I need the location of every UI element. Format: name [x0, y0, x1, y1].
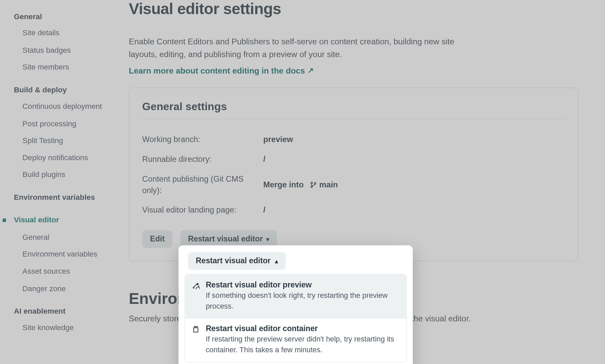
edit-button[interactable]: Edit — [142, 230, 172, 248]
nav-group-build-deploy[interactable]: Build & deploy — [10, 82, 109, 98]
label-working-branch: Working branch: — [142, 134, 263, 145]
page-title: Visual editor settings — [129, 0, 578, 18]
restart-menu: Restart visual editor preview If somethi… — [185, 274, 407, 362]
merge-into-text: Merge into — [263, 180, 304, 189]
branch-name: main — [319, 180, 338, 189]
nav-item-site-knowledge[interactable]: Site knowledge — [19, 319, 109, 336]
restart-popover: Restart visual editor ▴ Restart visual e… — [178, 245, 413, 364]
page-description: Enable Content Editors and Publishers to… — [129, 35, 475, 61]
nav-item-split-testing[interactable]: Split Testing — [19, 132, 109, 149]
restart-popover-trigger[interactable]: Restart visual editor ▴ — [188, 252, 286, 270]
menu-item-desc: If restarting the preview server didn't … — [206, 334, 399, 356]
row-landing-page: Visual editor landing page: / — [142, 200, 565, 220]
restart-preview-icon — [192, 281, 201, 312]
row-runnable-dir: Runnable directory: / — [142, 149, 565, 169]
svg-point-1 — [311, 186, 312, 187]
label-landing-page: Visual editor landing page: — [142, 204, 263, 216]
general-settings-card: General settings Working branch: preview… — [129, 88, 578, 262]
value-content-publishing: Merge into main — [263, 174, 338, 196]
nav-item-build-plugins[interactable]: Build plugins — [19, 167, 109, 184]
nav-item-ve-asset-sources[interactable]: Asset sources — [19, 263, 109, 280]
svg-point-0 — [311, 182, 312, 184]
menu-item-restart-container[interactable]: Restart visual editor container If resta… — [185, 318, 406, 362]
nav-group-visual-editor[interactable]: Visual editor — [10, 212, 109, 229]
nav-group-env-vars[interactable]: Environment variables — [10, 190, 109, 206]
docs-link[interactable]: Learn more about content editing in the … — [129, 66, 314, 76]
label-runnable-dir: Runnable directory: — [142, 154, 263, 165]
chevron-up-icon: ▴ — [275, 258, 278, 265]
chevron-down-icon: ▾ — [266, 236, 269, 243]
nav-item-post-processing[interactable]: Post processing — [19, 115, 109, 132]
nav-item-deploy-notifications[interactable]: Deploy notifications — [19, 149, 109, 167]
menu-item-desc: If something doesn't look right, try res… — [206, 290, 399, 312]
menu-item-title: Restart visual editor preview — [206, 281, 399, 290]
label-content-publishing: Content publishing (Git CMS only): — [142, 174, 263, 196]
external-arrow-icon: ↗ — [308, 66, 314, 75]
card-title: General settings — [142, 100, 565, 119]
settings-sidebar: General Site details Status badges Site … — [0, 0, 116, 347]
value-working-branch: preview — [263, 134, 293, 145]
nav-group-general[interactable]: General — [10, 9, 109, 25]
svg-rect-3 — [194, 328, 198, 332]
nav-item-status-badges[interactable]: Status badges — [19, 42, 109, 59]
menu-item-title: Restart visual editor container — [206, 324, 399, 333]
restart-container-icon — [192, 324, 201, 356]
docs-link-label: Learn more about content editing in the … — [129, 66, 305, 76]
nav-item-site-members[interactable]: Site members — [19, 59, 109, 76]
row-content-publishing: Content publishing (Git CMS only): Merge… — [142, 169, 565, 200]
nav-item-site-details[interactable]: Site details — [19, 25, 109, 42]
nav-item-ve-env-vars[interactable]: Environment variables — [19, 246, 109, 263]
git-branch-icon — [310, 181, 317, 188]
menu-item-restart-preview[interactable]: Restart visual editor preview If somethi… — [185, 275, 406, 318]
svg-point-2 — [314, 182, 316, 184]
restart-button-label: Restart visual editor — [188, 235, 263, 244]
nav-item-ve-danger-zone[interactable]: Danger zone — [19, 280, 109, 297]
value-runnable-dir: / — [263, 154, 266, 165]
nav-item-continuous-deployment[interactable]: Continuous deployment — [19, 98, 109, 115]
value-landing-page: / — [263, 204, 266, 216]
restart-popover-trigger-label: Restart visual editor — [196, 257, 271, 266]
nav-group-ai-enablement[interactable]: AI enablement — [10, 303, 109, 319]
nav-item-ve-general[interactable]: General — [19, 229, 109, 246]
row-working-branch: Working branch: preview — [142, 130, 565, 149]
